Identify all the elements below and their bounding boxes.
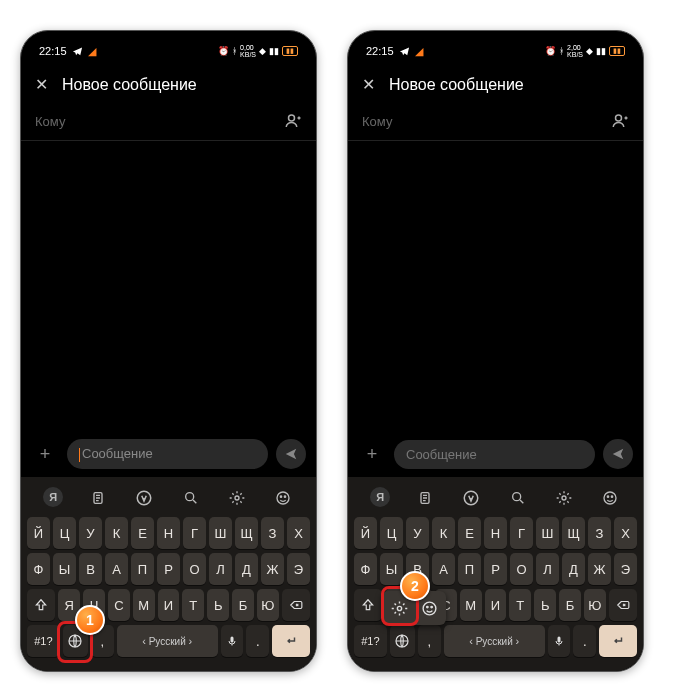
key-К[interactable]: К bbox=[105, 517, 128, 549]
emoji-icon[interactable] bbox=[272, 487, 294, 509]
bt-icon: ᚼ bbox=[232, 46, 237, 56]
key-Д[interactable]: Д bbox=[235, 553, 258, 585]
message-input[interactable]: Сообщение bbox=[67, 439, 268, 469]
key-Ш[interactable]: Ш bbox=[209, 517, 232, 549]
shift-key[interactable] bbox=[27, 589, 55, 621]
key-Ц[interactable]: Ц bbox=[380, 517, 403, 549]
key-Х[interactable]: Х bbox=[287, 517, 310, 549]
clipboard-icon[interactable] bbox=[414, 487, 436, 509]
key-В[interactable]: В bbox=[79, 553, 102, 585]
send-button[interactable] bbox=[276, 439, 306, 469]
key-З[interactable]: З bbox=[588, 517, 611, 549]
gear-icon[interactable] bbox=[226, 487, 248, 509]
key-Ж[interactable]: Ж bbox=[588, 553, 611, 585]
yandex-icon[interactable]: Я bbox=[370, 487, 390, 507]
telegram-icon bbox=[72, 46, 83, 57]
key-Э[interactable]: Э bbox=[287, 553, 310, 585]
key-Х[interactable]: Х bbox=[614, 517, 637, 549]
search-icon[interactable] bbox=[507, 487, 529, 509]
key-Щ[interactable]: Щ bbox=[235, 517, 258, 549]
key-П[interactable]: П bbox=[458, 553, 481, 585]
yandex-icon[interactable]: Я bbox=[43, 487, 63, 507]
space-key[interactable]: ‹ Русский › bbox=[117, 625, 218, 657]
attach-button[interactable]: + bbox=[358, 440, 386, 468]
comma-key[interactable]: , bbox=[418, 625, 441, 657]
key-Й[interactable]: Й bbox=[354, 517, 377, 549]
key-О[interactable]: О bbox=[183, 553, 206, 585]
close-icon[interactable]: ✕ bbox=[362, 75, 375, 94]
send-button[interactable] bbox=[603, 439, 633, 469]
key-Ж[interactable]: Ж bbox=[261, 553, 284, 585]
key-Н[interactable]: Н bbox=[484, 517, 507, 549]
key-Ю[interactable]: Ю bbox=[584, 589, 606, 621]
key-П[interactable]: П bbox=[131, 553, 154, 585]
gear-icon[interactable] bbox=[553, 487, 575, 509]
key-М[interactable]: М bbox=[133, 589, 155, 621]
key-Е[interactable]: Е bbox=[131, 517, 154, 549]
key-Т[interactable]: Т bbox=[182, 589, 204, 621]
voice-key[interactable] bbox=[548, 625, 571, 657]
key-Р[interactable]: Р bbox=[157, 553, 180, 585]
enter-key[interactable] bbox=[599, 625, 637, 657]
enter-key[interactable] bbox=[272, 625, 310, 657]
emoji-icon[interactable] bbox=[599, 487, 621, 509]
key-У[interactable]: У bbox=[79, 517, 102, 549]
key-Р[interactable]: Р bbox=[484, 553, 507, 585]
add-contact-icon[interactable] bbox=[284, 112, 302, 130]
key-Ы[interactable]: Ы bbox=[53, 553, 76, 585]
key-Г[interactable]: Г bbox=[183, 517, 206, 549]
key-И[interactable]: И bbox=[485, 589, 507, 621]
search-icon[interactable] bbox=[180, 487, 202, 509]
attach-button[interactable]: + bbox=[31, 440, 59, 468]
to-field-row[interactable]: Кому bbox=[21, 104, 316, 141]
key-Л[interactable]: Л bbox=[209, 553, 232, 585]
compose-row: + Сообщение bbox=[21, 431, 316, 477]
key-Ш[interactable]: Ш bbox=[536, 517, 559, 549]
key-Ф[interactable]: Ф bbox=[27, 553, 50, 585]
key-А[interactable]: А bbox=[432, 553, 455, 585]
add-contact-icon[interactable] bbox=[611, 112, 629, 130]
key-Ы[interactable]: Ы bbox=[380, 553, 403, 585]
key-Ь[interactable]: Ь bbox=[207, 589, 229, 621]
backspace-key[interactable] bbox=[609, 589, 637, 621]
backspace-key[interactable] bbox=[282, 589, 310, 621]
key-О[interactable]: О bbox=[510, 553, 533, 585]
key-Й[interactable]: Й bbox=[27, 517, 50, 549]
key-Д[interactable]: Д bbox=[562, 553, 585, 585]
key-А[interactable]: А bbox=[105, 553, 128, 585]
key-Г[interactable]: Г bbox=[510, 517, 533, 549]
key-Б[interactable]: Б bbox=[559, 589, 581, 621]
symbols-key[interactable]: #1? bbox=[354, 625, 387, 657]
clipboard-icon[interactable] bbox=[87, 487, 109, 509]
symbols-key[interactable]: #1? bbox=[27, 625, 60, 657]
key-Ф[interactable]: Ф bbox=[354, 553, 377, 585]
key-И[interactable]: И bbox=[158, 589, 180, 621]
period-key[interactable]: . bbox=[573, 625, 596, 657]
key-Ь[interactable]: Ь bbox=[534, 589, 556, 621]
key-У[interactable]: У bbox=[406, 517, 429, 549]
globe-key[interactable] bbox=[390, 625, 415, 657]
key-Ю[interactable]: Ю bbox=[257, 589, 279, 621]
to-field-row[interactable]: Кому bbox=[348, 104, 643, 141]
space-key[interactable]: ‹ Русский › bbox=[444, 625, 545, 657]
key-С[interactable]: С bbox=[108, 589, 130, 621]
key-Л[interactable]: Л bbox=[536, 553, 559, 585]
translate-icon[interactable] bbox=[460, 487, 482, 509]
shift-key[interactable] bbox=[354, 589, 382, 621]
key-Е[interactable]: Е bbox=[458, 517, 481, 549]
period-key[interactable]: . bbox=[246, 625, 269, 657]
key-Т[interactable]: Т bbox=[509, 589, 531, 621]
message-input[interactable]: Сообщение bbox=[394, 440, 595, 469]
translate-icon[interactable] bbox=[133, 487, 155, 509]
key-М[interactable]: М bbox=[460, 589, 482, 621]
voice-key[interactable] bbox=[221, 625, 244, 657]
key-З[interactable]: З bbox=[261, 517, 284, 549]
key-К[interactable]: К bbox=[432, 517, 455, 549]
key-Щ[interactable]: Щ bbox=[562, 517, 585, 549]
key-Ц[interactable]: Ц bbox=[53, 517, 76, 549]
close-icon[interactable]: ✕ bbox=[35, 75, 48, 94]
key-Н[interactable]: Н bbox=[157, 517, 180, 549]
key-Э[interactable]: Э bbox=[614, 553, 637, 585]
svg-rect-19 bbox=[558, 637, 561, 643]
key-Б[interactable]: Б bbox=[232, 589, 254, 621]
